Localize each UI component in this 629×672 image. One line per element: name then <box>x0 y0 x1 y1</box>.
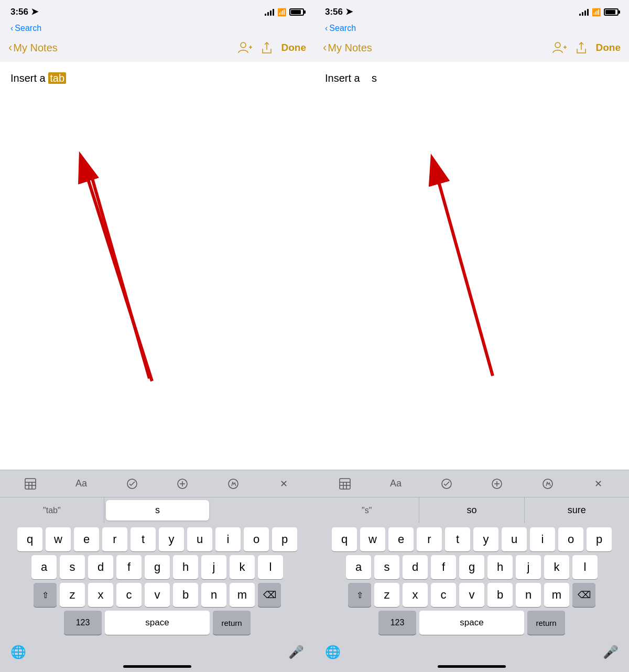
pred-item-empty[interactable] <box>211 497 314 523</box>
key-a-right[interactable]: a <box>346 555 371 579</box>
key-y-left[interactable]: y <box>159 527 184 551</box>
pred-item-sure[interactable]: sure <box>525 497 629 523</box>
globe-icon-left[interactable]: 🌐 <box>10 645 26 659</box>
key-k-right[interactable]: k <box>544 555 569 579</box>
note-content-right[interactable]: Insert a s <box>314 62 629 470</box>
format-icon-left[interactable]: Aa <box>70 472 93 495</box>
key-h-right[interactable]: h <box>487 555 513 579</box>
key-o-right[interactable]: o <box>558 527 583 551</box>
markup-icon-right[interactable] <box>536 472 559 495</box>
close-icon-right[interactable]: ✕ <box>587 472 610 495</box>
table-icon-right[interactable] <box>333 472 356 495</box>
key-u-left[interactable]: u <box>187 527 212 551</box>
key-return-left[interactable]: return <box>213 611 251 635</box>
key-w-left[interactable]: w <box>46 527 71 551</box>
key-123-right[interactable]: 123 <box>378 611 416 635</box>
key-l-left[interactable]: l <box>258 555 283 579</box>
key-return-right[interactable]: return <box>527 611 565 635</box>
key-f-left[interactable]: f <box>116 555 142 579</box>
pred-item-s-quote[interactable]: "s" <box>314 497 419 523</box>
key-j-left[interactable]: j <box>201 555 226 579</box>
key-u-right[interactable]: u <box>502 527 527 551</box>
key-a-left[interactable]: a <box>31 555 57 579</box>
key-r-right[interactable]: r <box>417 527 442 551</box>
key-n-left[interactable]: n <box>201 583 226 607</box>
key-space-left[interactable]: space <box>105 611 210 635</box>
keyboard-right: q w e r t y u i o p a s d f g h j k l ⇧ … <box>314 523 629 641</box>
done-button-left[interactable]: Done <box>281 42 307 53</box>
key-g-right[interactable]: g <box>459 555 484 579</box>
key-k-left[interactable]: k <box>230 555 255 579</box>
key-b-left[interactable]: b <box>173 583 198 607</box>
checklist-icon-right[interactable] <box>435 472 458 495</box>
key-row-1-right: q w e r t y u i o p <box>316 527 627 551</box>
key-o-left[interactable]: o <box>244 527 269 551</box>
delete-key-right[interactable]: ⌫ <box>572 583 595 607</box>
search-back-left[interactable]: ‹ Search <box>10 24 41 33</box>
key-d-left[interactable]: d <box>88 555 113 579</box>
key-e-right[interactable]: e <box>388 527 414 551</box>
key-r-left[interactable]: r <box>102 527 127 551</box>
key-p-left[interactable]: p <box>272 527 297 551</box>
key-f-right[interactable]: f <box>431 555 456 579</box>
key-z-left[interactable]: z <box>60 583 85 607</box>
key-j-right[interactable]: j <box>516 555 541 579</box>
key-q-left[interactable]: q <box>17 527 42 551</box>
add-person-icon-right[interactable] <box>551 40 567 56</box>
key-v-right[interactable]: v <box>459 583 484 607</box>
pred-item-tab[interactable]: "tab" <box>0 497 104 523</box>
key-e-left[interactable]: e <box>74 527 99 551</box>
key-s-right[interactable]: s <box>374 555 399 579</box>
format-icon-right[interactable]: Aa <box>384 472 407 495</box>
add-icon-right[interactable] <box>485 472 508 495</box>
key-v-left[interactable]: v <box>145 583 170 607</box>
key-c-right[interactable]: c <box>431 583 456 607</box>
key-c-left[interactable]: c <box>116 583 142 607</box>
shift-key-right[interactable]: ⇧ <box>348 583 371 607</box>
key-p-right[interactable]: p <box>587 527 612 551</box>
key-s-left[interactable]: s <box>60 555 85 579</box>
key-space-right[interactable]: space <box>419 611 524 635</box>
key-h-left[interactable]: h <box>173 555 198 579</box>
key-n-right[interactable]: n <box>516 583 541 607</box>
close-icon-left[interactable]: ✕ <box>273 472 296 495</box>
table-icon-left[interactable] <box>19 472 42 495</box>
key-m-right[interactable]: m <box>544 583 569 607</box>
key-b-right[interactable]: b <box>487 583 513 607</box>
search-label-right: Search <box>329 24 356 33</box>
key-t-left[interactable]: t <box>131 527 156 551</box>
add-icon-left[interactable] <box>171 472 194 495</box>
key-t-right[interactable]: t <box>445 527 470 551</box>
key-q-right[interactable]: q <box>332 527 357 551</box>
add-person-icon-left[interactable] <box>236 40 252 56</box>
note-text-right: Insert a s <box>325 70 619 86</box>
key-i-left[interactable]: i <box>215 527 241 551</box>
key-g-left[interactable]: g <box>145 555 170 579</box>
delete-key-left[interactable]: ⌫ <box>258 583 281 607</box>
share-icon-left[interactable] <box>261 41 273 54</box>
key-l-right[interactable]: l <box>572 555 598 579</box>
globe-icon-right[interactable]: 🌐 <box>325 645 341 659</box>
key-m-left[interactable]: m <box>230 583 255 607</box>
pred-item-s[interactable]: s <box>106 500 210 521</box>
key-x-right[interactable]: x <box>403 583 428 607</box>
shift-key-left[interactable]: ⇧ <box>34 583 57 607</box>
back-button-right[interactable]: ‹ My Notes <box>323 41 551 55</box>
mic-icon-right[interactable]: 🎤 <box>603 645 619 659</box>
search-back-right[interactable]: ‹ Search <box>325 24 356 33</box>
back-button-left[interactable]: ‹ My Notes <box>8 41 236 55</box>
markup-icon-left[interactable] <box>222 472 245 495</box>
mic-icon-left[interactable]: 🎤 <box>288 645 304 659</box>
key-x-left[interactable]: x <box>88 583 113 607</box>
key-d-right[interactable]: d <box>403 555 428 579</box>
note-content-left[interactable]: Insert a tab <box>0 62 314 470</box>
key-z-right[interactable]: z <box>374 583 399 607</box>
pred-item-so[interactable]: so <box>419 497 524 523</box>
share-icon-right[interactable] <box>575 41 588 54</box>
key-123-left[interactable]: 123 <box>64 611 102 635</box>
key-y-right[interactable]: y <box>473 527 498 551</box>
key-i-right[interactable]: i <box>530 527 555 551</box>
key-w-right[interactable]: w <box>360 527 385 551</box>
done-button-right[interactable]: Done <box>596 42 621 53</box>
checklist-icon-left[interactable] <box>121 472 144 495</box>
